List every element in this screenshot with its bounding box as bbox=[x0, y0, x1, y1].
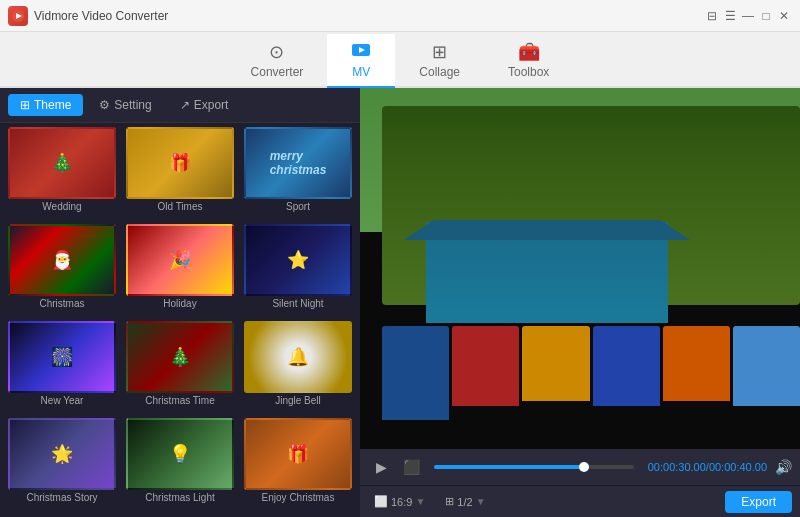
tab-mv[interactable]: MV bbox=[327, 34, 395, 88]
theme-item-holiday[interactable]: 🎉 Holiday bbox=[122, 224, 238, 319]
theme-thumb-sport: merrychristmas bbox=[244, 127, 352, 199]
sub-tab-theme-label: Theme bbox=[34, 98, 71, 112]
theme-item-enjoy-christmas[interactable]: 🎁 Enjoy Christmas bbox=[240, 418, 356, 513]
converter-icon: ⊙ bbox=[269, 41, 284, 63]
window-minimize-btn[interactable]: — bbox=[740, 8, 756, 24]
theme-thumb-wedding: 🎄 bbox=[8, 127, 116, 199]
theme-thumb-holiday: 🎉 bbox=[126, 224, 234, 296]
window-maximize-btn[interactable]: □ bbox=[758, 8, 774, 24]
progress-thumb bbox=[579, 462, 589, 472]
train-car-4 bbox=[593, 326, 660, 406]
progress-fill bbox=[434, 465, 584, 469]
theme-item-christmas-light[interactable]: 💡 Christmas Light bbox=[122, 418, 238, 513]
nav-tabs: ⊙ Converter MV ⊞ Collage 🧰 Toolbox bbox=[0, 32, 800, 88]
theme-thumb-old-times: 🎁 bbox=[126, 127, 234, 199]
menu-btn[interactable]: ☰ bbox=[722, 8, 738, 24]
theme-item-silent-night[interactable]: ⭐ Silent Night bbox=[240, 224, 356, 319]
theme-thumb-jingle-bell: 🔔 bbox=[244, 321, 352, 393]
video-preview bbox=[360, 88, 800, 449]
train-car-3 bbox=[522, 326, 589, 401]
sub-tab-export-label: Export bbox=[194, 98, 229, 112]
tab-mv-label: MV bbox=[352, 65, 370, 79]
train-car-5 bbox=[663, 326, 730, 401]
theme-item-new-year[interactable]: 🎆 New Year bbox=[4, 321, 120, 416]
quality-icon: ⊞ bbox=[445, 495, 454, 508]
time-display: 00:00:30.00/00:00:40.00 bbox=[648, 461, 767, 473]
sub-tab-setting[interactable]: ⚙ Setting bbox=[87, 94, 163, 116]
theme-thumb-new-year: 🎆 bbox=[8, 321, 116, 393]
quality-selector[interactable]: ⊞ 1/2 ▼ bbox=[439, 493, 491, 510]
theme-thumb-christmas-light: 💡 bbox=[126, 418, 234, 490]
volume-icon[interactable]: 🔊 bbox=[775, 459, 792, 475]
theme-item-christmas-time[interactable]: 🎄 Christmas Time bbox=[122, 321, 238, 416]
main-content: ⊞ Theme ⚙ Setting ↗ Export 🎄 Wedding bbox=[0, 88, 800, 517]
theme-label-sport: Sport bbox=[286, 201, 310, 212]
export-arrow-icon: ↗ bbox=[180, 98, 190, 112]
window-controls: ⊟ ☰ — □ ✕ bbox=[704, 8, 792, 24]
export-video-btn[interactable]: Export bbox=[725, 491, 792, 513]
ratio-label: 16:9 bbox=[391, 496, 412, 508]
setting-gear-icon: ⚙ bbox=[99, 98, 110, 112]
right-panel: ▶ ⬛ 00:00:30.00/00:00:40.00 🔊 ⬜ 16:9 ▼ ⊞… bbox=[360, 88, 800, 517]
theme-label-christmas-light: Christmas Light bbox=[145, 492, 214, 503]
play-btn[interactable]: ▶ bbox=[368, 454, 394, 480]
tab-collage-label: Collage bbox=[419, 65, 460, 79]
theme-label-jingle-bell: Jingle Bell bbox=[275, 395, 321, 406]
theme-label-wedding: Wedding bbox=[42, 201, 81, 212]
app-logo bbox=[8, 6, 28, 26]
theme-label-christmas: Christmas bbox=[39, 298, 84, 309]
stop-btn[interactable]: ⬛ bbox=[398, 454, 424, 480]
tab-toolbox[interactable]: 🧰 Toolbox bbox=[484, 34, 573, 88]
ratio-selector[interactable]: ⬜ 16:9 ▼ bbox=[368, 493, 431, 510]
minimize-btn[interactable]: ⊟ bbox=[704, 8, 720, 24]
train-car-1 bbox=[382, 326, 449, 420]
theme-thumb-christmas-story: 🌟 bbox=[8, 418, 116, 490]
theme-label-silent-night: Silent Night bbox=[272, 298, 323, 309]
mv-icon bbox=[351, 42, 371, 63]
window-close-btn[interactable]: ✕ bbox=[776, 8, 792, 24]
collage-icon: ⊞ bbox=[432, 41, 447, 63]
theme-grid: 🎄 Wedding 🎁 Old Times merrychristmas Spo… bbox=[0, 123, 360, 517]
train-car-2 bbox=[452, 326, 519, 406]
progress-bar[interactable] bbox=[434, 465, 634, 469]
theme-thumb-silent-night: ⭐ bbox=[244, 224, 352, 296]
tab-converter-label: Converter bbox=[251, 65, 304, 79]
title-bar: Vidmore Video Converter ⊟ ☰ — □ ✕ bbox=[0, 0, 800, 32]
theme-label-old-times: Old Times bbox=[157, 201, 202, 212]
theme-item-sport[interactable]: merrychristmas Sport bbox=[240, 127, 356, 222]
theme-item-jingle-bell[interactable]: 🔔 Jingle Bell bbox=[240, 321, 356, 416]
sub-tab-setting-label: Setting bbox=[114, 98, 151, 112]
theme-label-holiday: Holiday bbox=[163, 298, 196, 309]
quality-label: 1/2 bbox=[457, 496, 472, 508]
ratio-chevron-icon: ▼ bbox=[415, 496, 425, 507]
theme-label-christmas-time: Christmas Time bbox=[145, 395, 214, 406]
video-train bbox=[382, 326, 800, 420]
ratio-icon: ⬜ bbox=[374, 495, 388, 508]
tab-toolbox-label: Toolbox bbox=[508, 65, 549, 79]
theme-label-enjoy-christmas: Enjoy Christmas bbox=[262, 492, 335, 503]
video-scene bbox=[360, 88, 800, 449]
theme-item-wedding[interactable]: 🎄 Wedding bbox=[4, 127, 120, 222]
tab-converter[interactable]: ⊙ Converter bbox=[227, 34, 328, 88]
sub-tabs: ⊞ Theme ⚙ Setting ↗ Export bbox=[0, 88, 360, 123]
tab-collage[interactable]: ⊞ Collage bbox=[395, 34, 484, 88]
theme-thumb-christmas-time: 🎄 bbox=[126, 321, 234, 393]
theme-grid-icon: ⊞ bbox=[20, 98, 30, 112]
train-car-6 bbox=[733, 326, 800, 406]
theme-thumb-enjoy-christmas: 🎁 bbox=[244, 418, 352, 490]
playback-controls: ▶ ⬛ 00:00:30.00/00:00:40.00 🔊 bbox=[360, 449, 800, 485]
quality-chevron-icon: ▼ bbox=[476, 496, 486, 507]
left-panel: ⊞ Theme ⚙ Setting ↗ Export 🎄 Wedding bbox=[0, 88, 360, 517]
theme-label-christmas-story: Christmas Story bbox=[26, 492, 97, 503]
sub-tab-theme[interactable]: ⊞ Theme bbox=[8, 94, 83, 116]
video-options: ⬜ 16:9 ▼ ⊞ 1/2 ▼ Export bbox=[360, 485, 800, 517]
theme-item-old-times[interactable]: 🎁 Old Times bbox=[122, 127, 238, 222]
app-title: Vidmore Video Converter bbox=[34, 9, 704, 23]
sub-tab-export[interactable]: ↗ Export bbox=[168, 94, 241, 116]
theme-thumb-christmas: 🎅 bbox=[8, 224, 116, 296]
video-roof bbox=[404, 220, 690, 240]
theme-item-christmas-story[interactable]: 🌟 Christmas Story bbox=[4, 418, 120, 513]
theme-item-christmas[interactable]: 🎅 Christmas bbox=[4, 224, 120, 319]
theme-label-new-year: New Year bbox=[41, 395, 84, 406]
toolbox-icon: 🧰 bbox=[518, 41, 540, 63]
